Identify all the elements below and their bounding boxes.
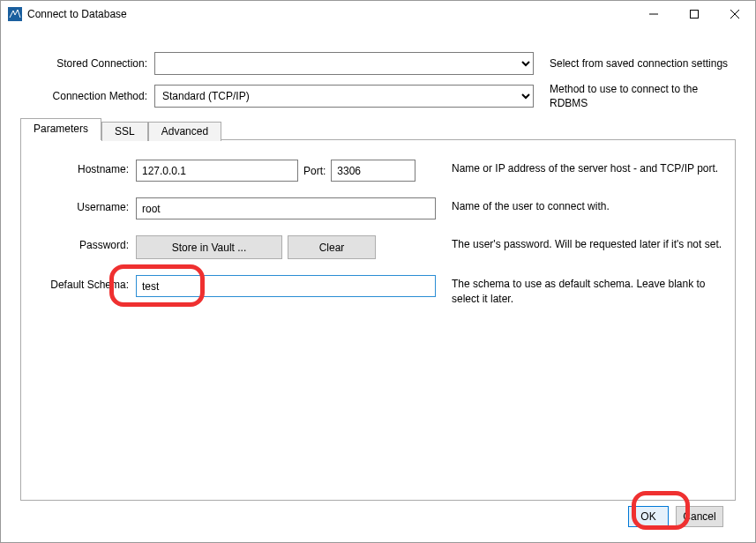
- username-row: Username: Name of the user to connect wi…: [34, 197, 722, 219]
- tabstrip: Parameters SSL Advanced: [20, 117, 736, 139]
- port-input[interactable]: [331, 160, 415, 182]
- app-icon: [8, 7, 22, 21]
- hostname-input[interactable]: [136, 160, 298, 182]
- dialog-footer: OK Cancel: [20, 506, 736, 527]
- tab-panel-parameters: Hostname: Port: Name or IP address of th…: [20, 139, 736, 501]
- tab-parameters[interactable]: Parameters: [20, 118, 101, 140]
- password-label: Password:: [34, 235, 136, 251]
- connection-method-control: Standard (TCP/IP): [154, 85, 534, 108]
- window-title: Connect to Database: [27, 8, 127, 20]
- tab-advanced[interactable]: Advanced: [148, 122, 221, 141]
- stored-connection-help: Select from saved connection settings: [534, 56, 736, 71]
- password-help: The user's password. Will be requested l…: [436, 235, 722, 251]
- hostname-row: Hostname: Port: Name or IP address of th…: [34, 160, 722, 182]
- connection-method-select[interactable]: Standard (TCP/IP): [154, 85, 534, 108]
- username-controls: [136, 197, 436, 219]
- default-schema-input[interactable]: [136, 275, 436, 297]
- stored-connection-select[interactable]: [154, 52, 534, 75]
- close-button[interactable]: [715, 1, 755, 27]
- tab-ssl[interactable]: SSL: [101, 122, 148, 141]
- minimize-button[interactable]: [633, 1, 674, 27]
- port-label: Port:: [303, 165, 326, 177]
- connection-method-label: Connection Method:: [20, 90, 154, 102]
- password-row: Password: Store in Vault ... Clear The u…: [34, 235, 722, 259]
- username-label: Username:: [34, 197, 136, 213]
- default-schema-help: The schema to use as default schema. Lea…: [436, 275, 722, 305]
- stored-connection-control: [154, 52, 534, 75]
- password-controls: Store in Vault ... Clear: [136, 235, 436, 259]
- default-schema-label: Default Schema:: [34, 275, 136, 291]
- stored-connection-row: Stored Connection: Select from saved con…: [20, 52, 736, 75]
- default-schema-row: Default Schema: The schema to use as def…: [34, 275, 722, 305]
- ok-button[interactable]: OK: [628, 506, 669, 527]
- hostname-controls: Port:: [136, 160, 436, 182]
- clear-password-button[interactable]: Clear: [288, 235, 376, 259]
- title-left: Connect to Database: [8, 7, 127, 21]
- svg-rect-2: [691, 11, 699, 19]
- hostname-help: Name or IP address of the server host - …: [436, 160, 722, 175]
- username-input[interactable]: [136, 197, 436, 219]
- content: Stored Connection: Select from saved con…: [1, 27, 755, 536]
- tabs-container: Parameters SSL Advanced Hostname: Port: …: [20, 117, 736, 501]
- username-help: Name of the user to connect with.: [436, 197, 722, 213]
- cancel-button[interactable]: Cancel: [676, 506, 723, 527]
- titlebar: Connect to Database: [1, 1, 755, 27]
- connection-method-row: Connection Method: Standard (TCP/IP) Met…: [20, 82, 736, 110]
- window-buttons: [633, 1, 755, 27]
- connection-method-help: Method to use to connect to the RDBMS: [534, 82, 736, 110]
- hostname-label: Hostname:: [34, 160, 136, 175]
- store-in-vault-button[interactable]: Store in Vault ...: [136, 235, 282, 259]
- maximize-button[interactable]: [674, 1, 715, 27]
- default-schema-controls: [136, 275, 436, 297]
- stored-connection-label: Stored Connection:: [20, 57, 154, 70]
